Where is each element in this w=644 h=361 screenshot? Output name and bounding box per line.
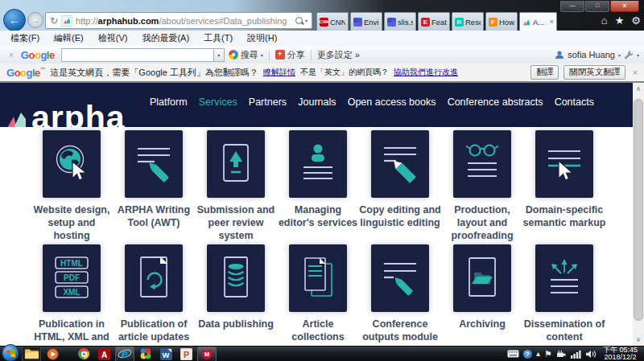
scroll-up-icon[interactable]: ∧ <box>633 83 644 95</box>
action-center-flag-icon[interactable]: ⚑ <box>544 350 552 358</box>
toolbar-search-input[interactable] <box>61 48 213 62</box>
tab-arpha-active[interactable]: A... × <box>519 12 557 31</box>
window-close-button[interactable]: × <box>610 1 639 12</box>
services-grid: Website design, setup and hosting ARPHA … <box>0 127 633 346</box>
network-signal-icon[interactable] <box>571 350 581 359</box>
help-icon[interactable]: ? <box>523 350 532 359</box>
hidden-icons-arrow[interactable]: ▴ <box>536 350 540 358</box>
keyboard-icon[interactable] <box>507 350 519 358</box>
service-article-collections[interactable]: Article collections <box>277 244 359 343</box>
globe-cursor-icon <box>50 141 93 187</box>
minimize-button[interactable]: — <box>560 1 584 12</box>
menu-file[interactable]: 檔案(F) <box>3 32 47 44</box>
taskbar-media-app[interactable] <box>137 347 155 361</box>
forward-button[interactable]: → <box>27 12 43 28</box>
tab-feat[interactable]: E Feat... <box>418 12 450 31</box>
tab-rese[interactable]: R Rese... <box>452 12 484 31</box>
nav-conference-abstracts[interactable]: Conference abstracts <box>448 96 543 108</box>
service-archiving[interactable]: Archiving <box>441 244 523 343</box>
back-button[interactable]: ← <box>3 9 26 31</box>
improve-link[interactable]: 協助我們進行改進 <box>394 67 458 78</box>
service-production-layout[interactable]: Production, layout and proofreading <box>441 130 523 244</box>
address-bar[interactable]: ↻ http://arphahub.com/about/services#Dat… <box>45 12 312 29</box>
svg-text:HTML: HTML <box>60 259 83 268</box>
toolbar-share-button[interactable]: + 分享 <box>271 49 309 61</box>
taskbar-word[interactable]: W <box>157 347 175 361</box>
power-plug-icon[interactable] <box>556 350 567 359</box>
tab-how[interactable]: F How... <box>485 12 518 31</box>
document-database-icon <box>214 255 258 302</box>
nav-journals[interactable]: Journals <box>298 96 336 108</box>
toolbar-more-settings-button[interactable]: 更多設定 » <box>313 49 364 61</box>
service-publication-formats[interactable]: HTML PDF XML Publication in HTML, XML an… <box>31 244 113 343</box>
site-favicon <box>61 15 72 27</box>
service-data-publishing[interactable]: Data publishing <box>195 244 277 343</box>
toolbar-search-button[interactable]: 搜尋 ▾ <box>225 49 267 61</box>
menu-edit[interactable]: 編輯(E) <box>47 32 91 44</box>
nav-partners[interactable]: Partners <box>249 96 287 108</box>
tab-envi[interactable]: Envi... <box>350 12 382 31</box>
learn-more-link[interactable]: 瞭解詳情 <box>263 67 295 78</box>
color-circles-icon <box>139 347 152 360</box>
page-scrollbar[interactable]: ∧ ∨ <box>633 83 644 346</box>
start-button[interactable] <box>2 344 19 361</box>
service-arpha-writing-tool[interactable]: ARPHA Writing Tool (AWT) <box>113 130 195 244</box>
tab-slis[interactable]: slis.s... <box>384 12 416 31</box>
play-icon <box>47 348 59 360</box>
wrench-icon[interactable] <box>624 50 634 59</box>
translate-bar-close-icon[interactable]: × <box>633 68 638 77</box>
service-website-design[interactable]: Website design, setup and hosting <box>31 130 113 244</box>
person-text-icon <box>296 141 340 187</box>
menu-view[interactable]: 檢視(V) <box>91 32 135 44</box>
arpha-logo[interactable]: arpha <box>6 96 126 127</box>
tab-strip: CNN CNN... Envi... slis.s... E Feat... R… <box>316 12 557 31</box>
text-pencil-large-icon <box>378 141 422 187</box>
translate-button[interactable]: 翻譯 <box>530 65 559 80</box>
tab-cnn[interactable]: CNN CNN... <box>316 12 349 31</box>
service-semantic-markup[interactable]: Domain-specific semantic markup <box>523 130 605 244</box>
f-favicon: F <box>489 18 497 27</box>
search-caret-icon[interactable]: ▾ <box>305 18 308 23</box>
scroll-down-icon[interactable]: ∨ <box>633 334 644 346</box>
taskbar-media-player[interactable] <box>43 347 61 361</box>
taskbar-chrome[interactable] <box>75 347 93 361</box>
toolbar-close-icon[interactable]: × <box>9 51 14 59</box>
maximize-button[interactable]: □ <box>585 1 609 12</box>
wrench-caret-icon[interactable]: ▾ <box>637 52 639 58</box>
menu-favorites[interactable]: 我的最愛(A) <box>134 32 196 44</box>
search-icon[interactable] <box>295 17 303 24</box>
service-submission-system[interactable]: Submission and peer review system <box>195 130 277 244</box>
nav-open-access-books[interactable]: Open access books <box>348 96 436 108</box>
search-history-caret-icon[interactable]: ▾ <box>213 48 225 62</box>
speaker-icon[interactable] <box>585 350 597 359</box>
taskbar-internet-explorer-active[interactable]: e <box>115 347 134 361</box>
menu-tools[interactable]: 工具(T) <box>196 32 240 44</box>
home-icon[interactable]: ⌂ <box>601 14 608 28</box>
menu-help[interactable]: 說明(H) <box>240 32 284 44</box>
taskbar-powerpoint[interactable]: P <box>177 347 195 361</box>
svg-text:A: A <box>101 350 106 359</box>
settings-gear-icon[interactable]: ⚙ <box>631 14 641 28</box>
refresh-icon[interactable]: ↻ <box>50 15 58 27</box>
service-article-updates[interactable]: Publication of article updates <box>113 244 195 343</box>
translate-bar: Google™ 這是英文網頁，需要「Google 工具列」為您翻譯嗎？ 瞭解詳情… <box>0 64 644 83</box>
taskbar-clock[interactable]: 下午 05:45 2018/12/2 <box>601 347 642 361</box>
nav-services[interactable]: Services <box>199 96 237 108</box>
folder-icon <box>24 348 39 359</box>
service-conference-outputs[interactable]: Conference outputs module <box>359 244 441 343</box>
service-managing-editor[interactable]: Managing editor's services <box>277 130 359 244</box>
favorites-star-icon[interactable]: ★ <box>615 14 625 28</box>
tab-close-icon[interactable]: × <box>550 18 554 26</box>
user-caret-icon[interactable]: ▾ <box>618 52 621 58</box>
taskbar-mcafee[interactable]: M <box>197 347 217 361</box>
scrollbar-thumb[interactable] <box>634 99 643 321</box>
service-dissemination[interactable]: Dissemination of content <box>523 244 605 343</box>
taskbar-explorer[interactable] <box>22 347 41 361</box>
taskbar-acrobat[interactable]: A <box>95 347 113 361</box>
service-copy-editing[interactable]: Copy editing and linguistic editing <box>359 130 441 244</box>
nav-platform[interactable]: Platform <box>150 96 188 108</box>
toolbar-user-name[interactable]: sofia Huang <box>568 50 615 59</box>
nav-contacts[interactable]: Contacts <box>555 96 594 108</box>
mcafee-shield-icon: M <box>201 348 213 360</box>
close-translate-button[interactable]: 關閉英文翻譯 <box>564 65 625 80</box>
